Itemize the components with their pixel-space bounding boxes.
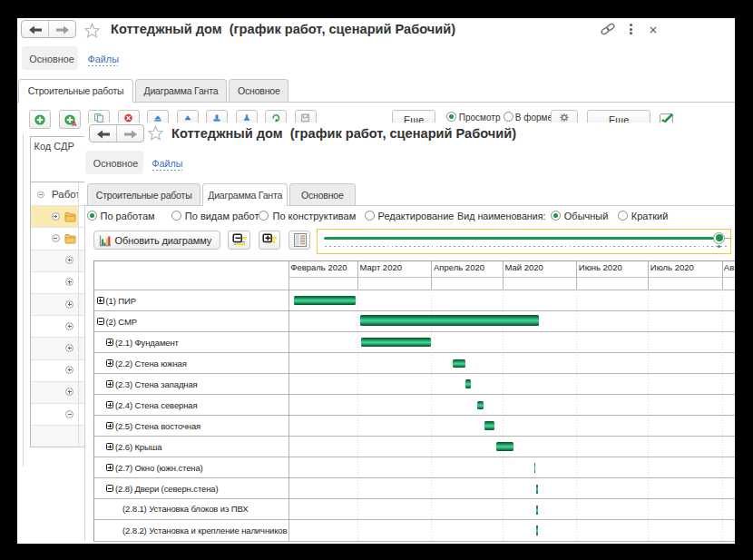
svg-text:A: A (72, 120, 77, 127)
